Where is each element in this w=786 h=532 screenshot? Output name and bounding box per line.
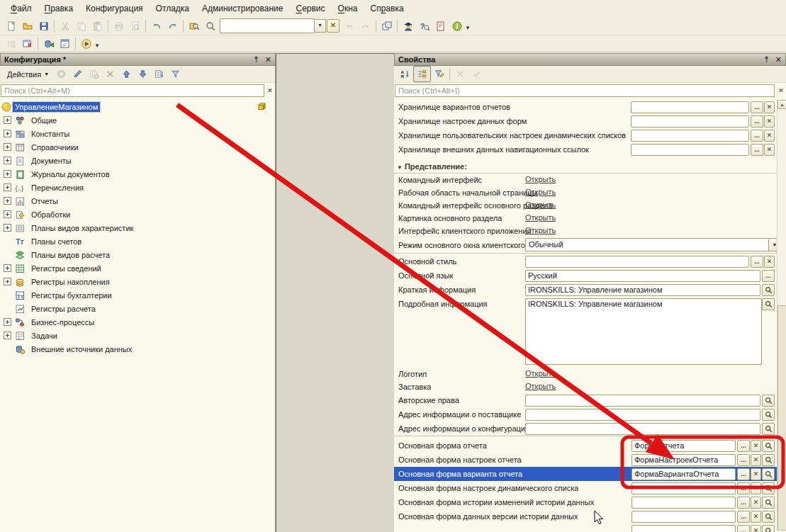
property-row[interactable]: Картинка основного разделаОткрыть [394,212,777,225]
property-value-field[interactable]: IRONSKILLS: Управление магазином [525,284,760,296]
new-document-button[interactable] [3,18,19,33]
tree-item[interactable]: Бизнес-процессы [0,315,274,329]
clear-value-button[interactable]: ✕ [751,454,761,466]
property-value-field[interactable] [631,115,749,128]
close-icon[interactable]: ✕ [265,56,271,63]
scroll-up-icon[interactable]: ▲ [777,100,786,109]
clear-gray-button[interactable] [452,67,468,81]
clear-value-button[interactable]: ✕ [751,497,761,509]
tree-item-label[interactable]: Документы [29,156,74,166]
templates-button[interactable] [432,18,449,33]
property-value-field[interactable] [631,144,749,156]
open-link[interactable]: Открыть [525,382,556,390]
property-value-field[interactable]: ФормаОтчета [631,440,736,452]
tree-item-label[interactable]: Регистры накопления [29,277,112,287]
tree-item[interactable]: ТтПланы счетов [0,234,274,248]
property-row[interactable]: Основная форма варианта отчета✕...ФормаВ… [394,467,777,481]
property-row[interactable]: ✕... [394,523,777,532]
pin-icon[interactable] [253,55,261,64]
sort-list-button[interactable] [151,67,167,81]
property-value-field[interactable] [525,423,760,435]
property-row[interactable]: Основной стиль✕... [394,254,777,268]
help-search-button[interactable]: ? [416,18,432,33]
open-link[interactable]: Открыть [525,175,556,183]
ellipsis-button[interactable]: ... [751,144,763,156]
menu-administration[interactable]: Администрирование [196,1,289,16]
ellipsis-button[interactable]: ... [751,101,763,113]
filter-button[interactable] [167,67,184,81]
property-value-field[interactable] [631,482,736,494]
close-configuration-button[interactable] [19,36,35,51]
clear-value-button[interactable]: ✕ [751,440,761,452]
expand-icon[interactable] [4,116,11,124]
ellipsis-button[interactable]: ... [751,130,763,142]
open-value-button[interactable] [762,511,775,523]
property-row[interactable]: Основной язык...Русский [394,268,777,283]
tree-item-label[interactable]: Журналы документов [29,169,112,179]
property-row[interactable]: Авторские права [394,393,777,407]
tree-item[interactable]: Общие [0,113,274,127]
property-row[interactable]: Командный интерфейс основного разделаОтк… [394,199,777,212]
tree-item[interactable]: Документы [0,154,274,167]
menu-edit[interactable]: Правка [38,1,80,16]
tree-item-root[interactable]: УправлениеМагазином [0,100,274,113]
property-value-field[interactable]: ФормаВариантаОтчета [631,468,736,480]
menu-service[interactable]: Сервис [289,1,331,16]
open-link[interactable]: Открыть [525,226,556,234]
tree-search-input[interactable] [1,85,264,96]
tree-item-label[interactable]: Бизнес-процессы [29,317,96,327]
property-value-field[interactable]: Русский [525,270,760,282]
ellipsis-button[interactable]: ... [737,440,750,452]
tree-item[interactable]: Константы [0,127,274,140]
category-view-button[interactable] [413,66,431,82]
property-row[interactable]: Режим основного окна клиентского приложе… [394,237,777,253]
open-value-button[interactable] [762,395,775,407]
update-database-configuration-button[interactable] [40,36,57,51]
expand-icon[interactable] [4,197,11,205]
property-value-field[interactable] [631,101,749,113]
property-row[interactable]: Хранилище настроек данных форм✕... [394,114,777,128]
filter-edit-button[interactable] [431,67,447,81]
open-link[interactable]: Открыть [525,188,556,196]
open-value-button[interactable] [762,440,775,452]
tree-item[interactable]: Отчеты [0,194,274,208]
tree-item[interactable]: Регистры сведений [0,261,274,275]
tree-item-label[interactable]: Обработки [29,210,72,220]
clear-search-icon[interactable]: ✕ [776,86,786,96]
clear-value-button[interactable]: ✕ [764,101,775,113]
tree-item-label[interactable]: Регистры расчета [29,304,98,314]
expand-icon[interactable] [4,210,11,218]
tree-item-label[interactable]: Регистры бухгалтерии [29,290,114,300]
clear-search-button[interactable]: ✕ [327,19,339,33]
expand-icon[interactable] [4,278,11,285]
tree-item[interactable]: Планы видов расчета [0,248,274,261]
property-value-field[interactable]: ФормаНастроекОтчета [631,454,736,466]
menu-debug[interactable]: Отладка [150,1,196,16]
tree-item[interactable]: ТтРегистры бухгалтерии [0,288,274,302]
edit-pencil-button[interactable] [69,67,86,81]
property-row[interactable]: Основная форма настроек отчета✕...ФормаН… [394,453,777,467]
property-row[interactable]: Краткая информацияIRONSKILLS: Управление… [394,283,777,297]
open-link[interactable]: Открыть [525,213,556,222]
open-value-button[interactable] [762,497,775,509]
find-in-files-button[interactable] [186,18,202,33]
tree-item-label[interactable]: Перечисления [29,183,86,193]
property-row[interactable]: Командный интерфейсОткрыть [394,174,777,186]
close-icon[interactable]: ✕ [775,56,782,63]
open-value-button[interactable] [762,423,775,435]
clear-value-button[interactable]: ✕ [751,482,761,494]
expand-icon[interactable] [4,318,11,326]
ellipsis-button[interactable]: ... [751,256,763,268]
menu-configuration[interactable]: Конфигурация [79,1,150,16]
clear-value-button[interactable]: ✕ [764,130,775,142]
print-button[interactable] [111,18,127,33]
tree-item[interactable]: Справочники [0,140,274,154]
tree-item[interactable]: Журналы документов [0,167,274,181]
expand-icon[interactable] [4,143,11,151]
tree-item-label[interactable]: Планы видов характеристик [29,223,135,233]
cut-button[interactable] [57,18,73,33]
expand-icon[interactable] [4,157,11,164]
property-value-field[interactable] [525,409,760,421]
pin-icon[interactable] [763,55,771,64]
chevron-down-icon[interactable]: ▼ [314,19,326,33]
